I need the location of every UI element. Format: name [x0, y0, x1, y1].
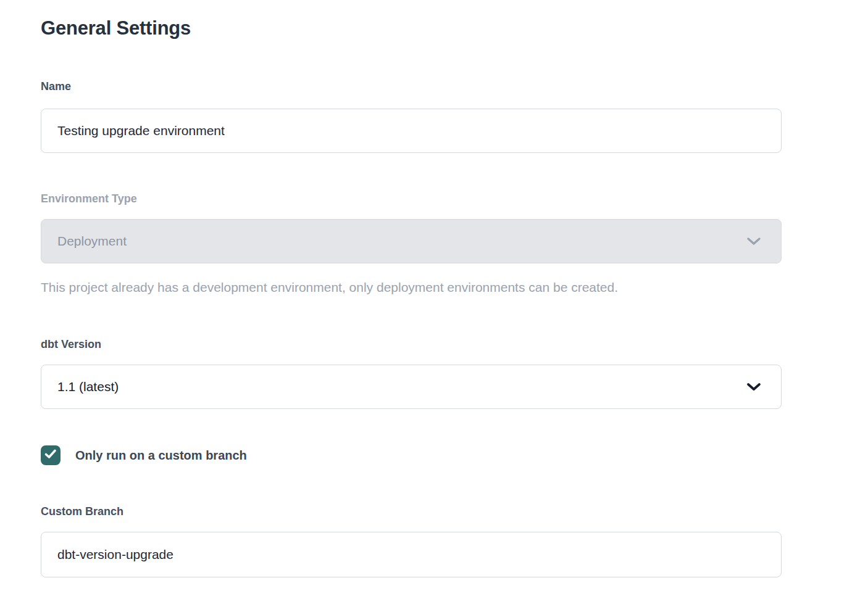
- chevron-down-icon: [746, 379, 761, 394]
- environment-type-helper-text: This project already has a development e…: [41, 279, 782, 296]
- settings-form: General Settings Name Environment Type D…: [0, 0, 782, 577]
- chevron-down-icon: [746, 234, 761, 249]
- checkmark-icon: [44, 449, 57, 461]
- name-field-label: Name: [41, 80, 782, 93]
- custom-branch-checkbox-label: Only run on a custom branch: [75, 448, 247, 463]
- dbt-version-select[interactable]: 1.1 (latest): [41, 365, 782, 409]
- environment-type-value: Deployment: [57, 234, 127, 249]
- environment-type-label: Environment Type: [41, 192, 782, 205]
- custom-branch-input[interactable]: [41, 532, 782, 577]
- page-title: General Settings: [41, 15, 782, 42]
- custom-branch-checkbox[interactable]: [41, 445, 61, 465]
- environment-type-select: Deployment: [41, 219, 782, 263]
- custom-branch-checkbox-row: Only run on a custom branch: [41, 445, 782, 465]
- dbt-version-label: dbt Version: [41, 337, 782, 351]
- dbt-version-value: 1.1 (latest): [57, 379, 119, 394]
- general-settings-page: General Settings Name Environment Type D…: [0, 0, 868, 591]
- custom-branch-label: Custom Branch: [41, 505, 782, 518]
- name-input[interactable]: [41, 109, 782, 153]
